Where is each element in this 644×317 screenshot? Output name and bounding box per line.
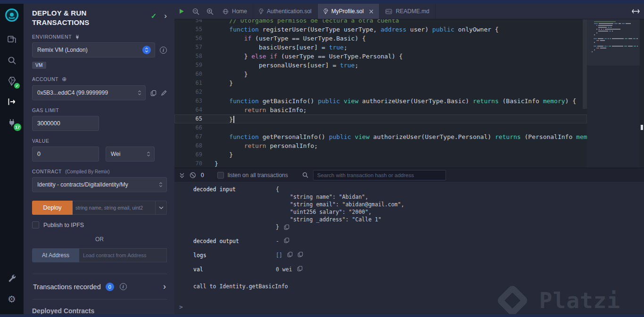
compile-check-icon: ✓ <box>151 12 157 20</box>
line-number: 59 <box>174 61 215 70</box>
code-line-56[interactable]: 56 if (userType == UserType.Basic) { <box>174 34 587 43</box>
decoded-input-json: "string name": "Abidan","string email": … <box>276 193 404 223</box>
code-line-67[interactable]: 67 function getPersonalInfo() public vie… <box>174 132 587 141</box>
deploy-params-input[interactable] <box>73 201 156 215</box>
value-input[interactable] <box>32 146 99 162</box>
code-line-70[interactable]: 70} <box>174 159 587 168</box>
vm-badge: VM <box>32 62 46 69</box>
terminal-prompt[interactable]: > <box>174 303 644 311</box>
logs-label: logs <box>193 252 276 259</box>
code-line-60[interactable]: 60 } <box>174 70 587 79</box>
copy-logs-table-icon[interactable] <box>297 252 303 257</box>
deploy-run-icon[interactable] <box>0 91 24 112</box>
copy-logs-icon[interactable] <box>287 252 293 257</box>
expand-deploy-params-icon[interactable] <box>156 201 167 215</box>
clear-console-icon[interactable] <box>190 172 196 179</box>
close-tab-icon[interactable] <box>369 9 373 14</box>
transactions-info-icon[interactable]: i <box>120 283 127 290</box>
decoded-output-label: decoded output <box>193 237 276 245</box>
toggle-panel-width-icon[interactable] <box>627 4 644 19</box>
code-line-66[interactable]: 66 <box>174 123 587 132</box>
line-number: 61 <box>174 79 215 88</box>
zoom-in-icon[interactable] <box>203 4 217 19</box>
call-log-line: call to Identity.getBasicInfo <box>174 283 644 290</box>
code-line-59[interactable]: 59 personalUsers[user] = true; <box>174 61 587 70</box>
expand-transactions-icon[interactable]: › <box>163 282 166 292</box>
logs-row: logs [] <box>174 252 644 259</box>
line-number: 57 <box>174 43 215 52</box>
line-number: 55 <box>174 25 215 34</box>
decoded-input-json-line: "string name": "Abidan", <box>276 193 404 201</box>
value-unit-select[interactable]: Wei <box>106 146 155 162</box>
code-line-69[interactable]: 69 } <box>174 150 587 159</box>
val-value: 0 wei <box>276 266 292 273</box>
panel-expand-icon[interactable]: › <box>164 11 167 21</box>
zoom-out-icon[interactable] <box>189 4 203 19</box>
at-address-input[interactable] <box>79 248 167 262</box>
plugin-count-badge: 17 <box>14 123 21 131</box>
code-line-55[interactable]: 55 function registerUser(UserType userTy… <box>174 25 587 34</box>
copy-account-icon[interactable] <box>150 90 157 96</box>
settings-gear-icon[interactable]: ⚙ <box>0 289 24 309</box>
code-line-62[interactable]: 62 <box>174 88 587 97</box>
account-select[interactable]: 0x5B3...eddC4 (99.9999999 <box>32 85 146 100</box>
code-line-63[interactable]: 63 function getBasicInfo() public view a… <box>174 97 587 106</box>
remix-logo[interactable] <box>4 8 19 23</box>
publish-ipfs-checkbox[interactable] <box>32 221 39 228</box>
environment-select[interactable]: Remix VM (London) <box>32 42 155 57</box>
code-line-54[interactable]: 54 // Otorgamos permisos de lectura a ot… <box>174 19 587 25</box>
terminal-collapse-icon[interactable] <box>179 172 185 178</box>
code-line-68[interactable]: 68 return personalInfo; <box>174 141 587 150</box>
transactions-recorded[interactable]: Transactions recorded 0 i › <box>32 274 167 300</box>
tab-myprofile-sol[interactable]: MyProfile.sol <box>318 4 380 19</box>
code-area[interactable]: 54 // Otorgamos permisos de lectura a ot… <box>174 19 587 168</box>
environment-caret-icon <box>142 46 151 54</box>
environment-value: Remix VM (London) <box>37 47 142 53</box>
line-number: 60 <box>174 70 215 79</box>
contract-value: Identity - contracts/DigitalIdentity/My <box>37 181 156 188</box>
tools-wrench-icon[interactable] <box>0 268 24 289</box>
add-account-icon[interactable]: ⊕ <box>62 76 66 82</box>
terminal-output[interactable]: Platzi decoded input { "string name": "A… <box>174 182 644 314</box>
publish-to-ipfs[interactable]: Publish to IPFS <box>32 221 167 228</box>
overview-ruler[interactable] <box>640 19 644 168</box>
minimap[interactable] <box>587 19 640 168</box>
copy-decoded-input-icon[interactable] <box>284 224 289 230</box>
code-editor[interactable]: 54 // Otorgamos permisos de lectura a ot… <box>174 19 644 168</box>
edit-account-icon[interactable] <box>161 90 167 96</box>
run-script-icon[interactable] <box>174 4 189 19</box>
code-line-64[interactable]: 64 return basicInfo; <box>174 106 587 114</box>
line-number: 66 <box>174 123 215 132</box>
plugin-manager-icon[interactable]: 17 <box>0 112 24 133</box>
listen-checkbox[interactable] <box>217 172 224 179</box>
minimap-slider[interactable] <box>587 19 640 65</box>
tab-home[interactable]: Home <box>217 4 253 19</box>
at-address-button[interactable]: At Address <box>32 248 79 262</box>
deployed-contracts-heading: Deployed Contracts <box>32 307 167 314</box>
solidity-compiler-icon[interactable]: ✓ <box>0 71 24 91</box>
gas-limit-field: GAS LIMIT <box>32 107 167 131</box>
environment-info-icon[interactable]: i <box>160 47 167 54</box>
contract-select[interactable]: Identity - contracts/DigitalIdentity/My <box>32 177 167 192</box>
listen-all-transactions[interactable]: listen on all transactions <box>217 172 288 179</box>
copy-val-icon[interactable] <box>297 266 303 271</box>
editor-scrollbar[interactable] <box>583 19 587 109</box>
top-strip <box>0 0 644 4</box>
line-number: 62 <box>174 88 215 97</box>
code-line-57[interactable]: 57 basicUsers[user] = true; <box>174 43 587 52</box>
code-line-61[interactable]: 61 } <box>174 79 587 88</box>
deploy-button[interactable]: Deploy <box>32 201 73 215</box>
tab-authentication-sol[interactable]: Authentication.sol <box>253 4 318 19</box>
terminal-search-input[interactable] <box>313 170 446 180</box>
code-line-58[interactable]: 58 } else if (userType == UserType.Perso… <box>174 52 587 61</box>
code-line-65[interactable]: 65 } <box>174 114 587 123</box>
line-number: 56 <box>174 34 215 43</box>
copy-decoded-output-icon[interactable] <box>284 237 289 243</box>
search-icon[interactable] <box>0 50 24 71</box>
line-number: 67 <box>174 132 215 141</box>
tab-readme-md[interactable]: README.md <box>380 4 435 19</box>
contract-note: (Compiled By Remix) <box>65 169 109 174</box>
file-explorer-icon[interactable] <box>0 29 24 50</box>
logs-value: [] <box>276 252 282 259</box>
gas-limit-input[interactable] <box>32 116 99 131</box>
